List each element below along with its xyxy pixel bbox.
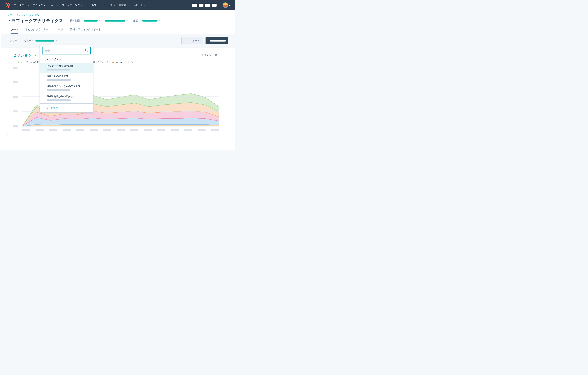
custom-view-item-label: EMEA地域からのアクセス bbox=[47, 95, 89, 98]
analytics-view-selector: アナリティクスビュー： ▾ カスタムビュー ビッグデータブログ記事米国からのアク… bbox=[7, 39, 57, 42]
nav-icon-placeholder[interactable] bbox=[192, 4, 197, 7]
style-label: スタイル： bbox=[201, 54, 213, 57]
primary-action-button[interactable] bbox=[206, 37, 228, 44]
y-tick-placeholder bbox=[12, 96, 18, 98]
nav-item[interactable]: セールス⌄ bbox=[86, 4, 99, 7]
legend-item[interactable]: オーガニック検索 bbox=[18, 61, 39, 64]
nav-item-label: セールス bbox=[86, 4, 96, 7]
chevron-down-icon: ⌄ bbox=[114, 4, 115, 6]
nav-item[interactable]: サービス⌄ bbox=[102, 4, 115, 7]
date-range-label: 日付範囲： bbox=[70, 19, 82, 22]
hubspot-logo[interactable] bbox=[5, 3, 10, 8]
x-tick-placeholder bbox=[198, 129, 206, 131]
toolbar: アナリティクスビュー： ▾ カスタムビュー ビッグデータブログ記事米国からのアク… bbox=[0, 34, 235, 48]
svg-point-3 bbox=[8, 7, 9, 7]
tab[interactable]: 詳細トラフィックレポート bbox=[70, 28, 101, 33]
card-title-label: セッション bbox=[12, 53, 32, 58]
nav-item[interactable]: 自動化⌄ bbox=[119, 4, 129, 7]
manage-views-link[interactable]: ビューの管理 bbox=[43, 107, 58, 109]
popover-footer: ビューの管理 bbox=[40, 103, 93, 112]
nav-item-label: サービス bbox=[102, 4, 113, 7]
nav-item[interactable]: レポート⌄ bbox=[133, 4, 145, 7]
style-value: 面 bbox=[215, 54, 218, 57]
legend-item[interactable]: 他のキャンペーン bbox=[112, 61, 133, 64]
x-tick-placeholder bbox=[90, 129, 98, 131]
custom-view-item[interactable]: 特定のブランドからのアクセス bbox=[40, 83, 93, 93]
x-tick-placeholder bbox=[117, 129, 125, 131]
x-tick-placeholder bbox=[76, 129, 84, 131]
x-tick-placeholder bbox=[36, 129, 43, 131]
nav-divider bbox=[220, 3, 220, 8]
legend-dot-icon bbox=[18, 62, 20, 63]
nav-item-label: レポート bbox=[133, 4, 143, 7]
y-tick-placeholder bbox=[12, 67, 18, 69]
chevron-down-icon: ▾ bbox=[222, 54, 222, 56]
x-tick-placeholder bbox=[22, 129, 30, 131]
tab[interactable]: トピッククラスター bbox=[25, 28, 49, 33]
back-link-label: アナリティクスツールに戻る bbox=[10, 14, 39, 17]
nav-item-label: コンタクト bbox=[14, 4, 27, 7]
nav-items: コンタクト⌄コミュニケーション⌄マーケティング⌄セールス⌄サービス⌄自動化⌄レポ… bbox=[14, 4, 145, 7]
nav-item[interactable]: マーケティング⌄ bbox=[62, 4, 82, 7]
chevron-down-icon: ⌄ bbox=[81, 4, 82, 6]
x-axis-ticks bbox=[22, 129, 219, 131]
y-tick-placeholder bbox=[12, 110, 18, 112]
card-title-dropdown[interactable]: セッション ▾ bbox=[12, 53, 36, 58]
nav-item-label: マーケティング bbox=[62, 4, 80, 7]
x-tick-placeholder bbox=[130, 129, 138, 131]
analytics-view-dropdown[interactable]: ▾ bbox=[35, 40, 57, 42]
y-axis-ticks bbox=[12, 67, 20, 127]
search-input-wrap bbox=[42, 47, 91, 55]
chevron-down-icon: ⌄ bbox=[144, 4, 145, 6]
y-tick-placeholder bbox=[12, 125, 18, 127]
nav-item[interactable]: コンタクト⌄ bbox=[14, 4, 29, 7]
avatar-icon bbox=[222, 2, 228, 8]
custom-view-item-subtitle-placeholder bbox=[47, 89, 70, 91]
search-input[interactable] bbox=[45, 49, 85, 52]
legend-item-label: オーガニック検索 bbox=[21, 61, 39, 64]
chevron-down-icon: ▾ bbox=[229, 4, 230, 6]
legend-item-label: 他のキャンペーン bbox=[116, 61, 133, 64]
chevron-down-icon: ▾ bbox=[127, 20, 127, 22]
custom-view-item[interactable]: 米国からのアクセス bbox=[40, 73, 93, 83]
export-button[interactable]: エクスポート bbox=[181, 37, 203, 44]
chevron-down-icon: ⌄ bbox=[57, 4, 58, 6]
custom-view-item[interactable]: EMEA地域からのアクセス bbox=[40, 93, 93, 103]
custom-view-item-label: 米国からのアクセス bbox=[47, 75, 89, 78]
x-tick-placeholder bbox=[49, 129, 57, 131]
nav-icon-placeholder[interactable] bbox=[212, 4, 217, 7]
nav-item-label: 自動化 bbox=[119, 4, 126, 7]
x-tick-placeholder bbox=[184, 129, 192, 131]
frequency-dropdown[interactable]: ▾ bbox=[142, 20, 160, 22]
analytics-view-label: アナリティクスビュー： bbox=[7, 39, 34, 42]
search-icon bbox=[85, 49, 88, 53]
custom-view-item-label: ビッグデータブログ記事 bbox=[47, 65, 89, 67]
x-tick-placeholder bbox=[211, 129, 219, 131]
nav-icon-placeholder[interactable] bbox=[205, 4, 210, 7]
chevron-down-icon: ▾ bbox=[99, 20, 100, 22]
date-range-from-dropdown[interactable]: ▾ bbox=[84, 20, 100, 22]
tab[interactable]: ソース bbox=[11, 28, 18, 33]
legend-item-label: 直接トラフィック bbox=[91, 61, 109, 64]
nav-icon-placeholder[interactable] bbox=[199, 4, 203, 7]
chevron-down-icon: ▾ bbox=[159, 20, 160, 22]
x-tick-placeholder bbox=[171, 129, 179, 131]
custom-view-item-subtitle-placeholder bbox=[47, 99, 71, 101]
x-tick-placeholder bbox=[144, 129, 152, 131]
chevron-down-icon: ▾ bbox=[56, 40, 57, 42]
date-range-to-dropdown[interactable]: ▾ bbox=[105, 20, 127, 22]
chart-style-selector[interactable]: スタイル： 面 ▾ bbox=[201, 54, 222, 57]
x-tick-placeholder bbox=[157, 129, 165, 131]
custom-view-item[interactable]: ビッグデータブログ記事 bbox=[40, 63, 93, 73]
tab[interactable]: ページ bbox=[55, 28, 63, 33]
chevron-left-icon: 〈 bbox=[7, 14, 9, 17]
nav-item[interactable]: コミュニケーション⌄ bbox=[33, 4, 58, 7]
frequency-label: 頻度： bbox=[133, 19, 140, 22]
account-menu[interactable]: ▾ bbox=[222, 2, 230, 8]
x-tick-placeholder bbox=[103, 129, 111, 131]
chevron-down-icon: ⌄ bbox=[127, 4, 129, 6]
page-title: トラフィックアナリティクス bbox=[7, 18, 63, 23]
svg-line-8 bbox=[87, 51, 88, 52]
back-link[interactable]: 〈 アナリティクスツールに戻る bbox=[7, 14, 228, 17]
svg-line-4 bbox=[6, 5, 8, 7]
